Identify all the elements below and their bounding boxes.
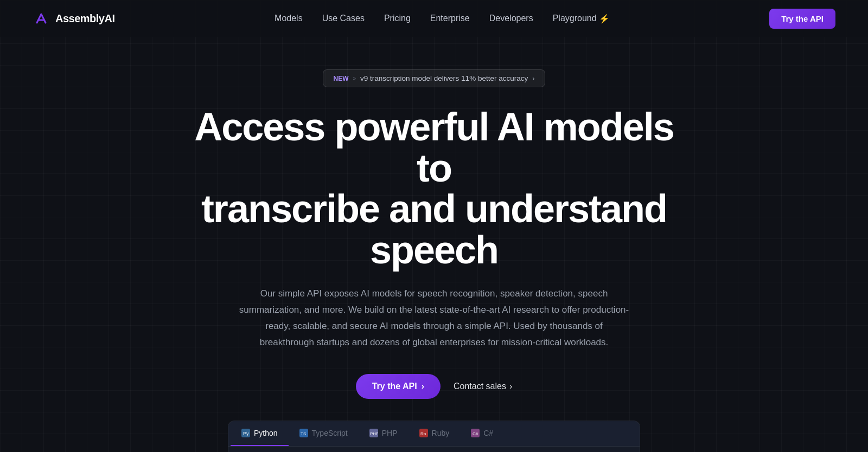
svg-text:C#: C#	[473, 431, 478, 436]
logo-text: AssemblyAI	[55, 12, 115, 25]
tab-typescript[interactable]: TS TypeScript	[289, 421, 359, 446]
hero-description: Our simple API exposes AI models for spe…	[239, 286, 629, 350]
svg-text:Py: Py	[243, 431, 249, 436]
typescript-icon: TS	[299, 429, 308, 437]
hero-section: NEW » v9 transcription model delivers 11…	[0, 37, 868, 421]
hero-headline: Access powerful AI models to transcribe …	[190, 107, 678, 270]
badge-separator: »	[353, 75, 356, 81]
nav-enterprise[interactable]: Enterprise	[430, 14, 470, 23]
hero-contact-sales-button[interactable]: Contact sales ›	[454, 382, 512, 391]
tab-typescript-label: TypeScript	[312, 429, 348, 437]
nav-models[interactable]: Models	[275, 14, 303, 23]
tab-php-label: PHP	[382, 429, 398, 437]
tab-python[interactable]: Py Python	[231, 421, 289, 446]
svg-text:Rb: Rb	[420, 431, 426, 436]
badge-arrow-icon: ›	[532, 74, 534, 82]
svg-text:TS: TS	[301, 431, 306, 436]
nav-pricing[interactable]: Pricing	[384, 14, 411, 23]
hero-try-api-button[interactable]: Try the API ›	[356, 374, 441, 399]
ruby-icon: Rb	[419, 429, 428, 437]
svg-text:PHP: PHP	[370, 431, 378, 436]
tab-ruby-label: Ruby	[432, 429, 450, 437]
tab-python-label: Python	[254, 429, 278, 437]
announcement-badge[interactable]: NEW » v9 transcription model delivers 11…	[323, 69, 545, 87]
code-tabs: Py Python TS TypeScript	[228, 421, 640, 447]
nav-playground[interactable]: Playground ⚡	[553, 14, 610, 24]
badge-description: v9 transcription model delivers 11% bett…	[360, 74, 528, 82]
nav-use-cases[interactable]: Use Cases	[322, 14, 365, 23]
header-try-api-button[interactable]: Try the API	[769, 9, 835, 29]
csharp-icon: C#	[471, 429, 480, 437]
code-panel-wrapper: Py Python TS TypeScript	[228, 421, 640, 452]
badge-new-label: NEW	[333, 75, 348, 82]
php-icon: PHP	[369, 429, 378, 437]
tab-php[interactable]: PHP PHP	[359, 421, 409, 446]
tab-csharp[interactable]: C# C#	[460, 421, 504, 446]
logo[interactable]: AssemblyAI	[33, 10, 115, 27]
tab-csharp-label: C#	[483, 429, 493, 437]
header: AssemblyAI Models Use Cases Pricing Ente…	[0, 0, 868, 37]
code-body: 1 import requests 2 3 endpoint = "https:…	[228, 447, 640, 452]
tab-ruby[interactable]: Rb Ruby	[409, 421, 461, 446]
main-nav: Models Use Cases Pricing Enterprise Deve…	[275, 14, 610, 24]
hero-cta-group: Try the API › Contact sales ›	[356, 374, 513, 399]
code-panel: Py Python TS TypeScript	[228, 421, 640, 452]
nav-developers[interactable]: Developers	[489, 14, 533, 23]
assemblyai-logo-icon	[33, 10, 50, 27]
python-icon: Py	[241, 429, 250, 437]
